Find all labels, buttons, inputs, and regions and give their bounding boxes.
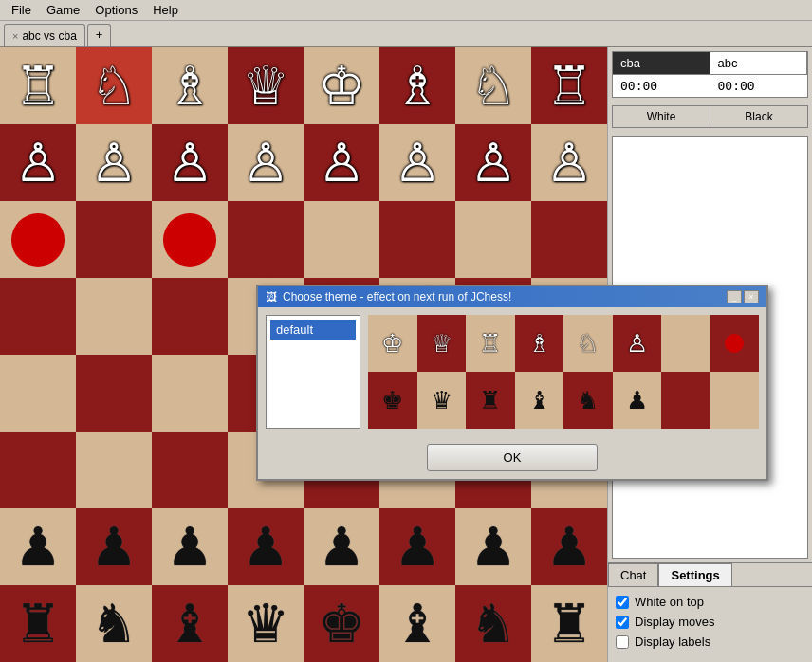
preview-cell: ♗ <box>515 315 564 372</box>
preview-piece: ♟ <box>626 386 648 415</box>
tab-close-icon[interactable]: × <box>12 30 18 42</box>
display-moves-checkbox[interactable] <box>616 616 629 629</box>
preview-cell: ♞ <box>563 372 613 429</box>
dialog-icon: 🖼 <box>266 290 277 303</box>
preview-cell <box>661 315 710 372</box>
tab-bar: × abc vs cba + <box>0 21 812 47</box>
dialog-close-button[interactable]: × <box>744 290 759 303</box>
dialog-body: default ♔♕♖♗♘♙♚♛♜♝♞♟ <box>258 307 766 436</box>
theme-item-default[interactable]: default <box>270 320 356 340</box>
theme-preview: ♔♕♖♗♘♙♚♛♜♝♞♟ <box>368 315 759 429</box>
dialog-titlebar: 🖼 Choose theme - effect on next run of J… <box>258 286 766 307</box>
dialog-title-left: 🖼 Choose theme - effect on next run of J… <box>266 290 511 303</box>
white-player-time: 00:00 <box>710 75 808 97</box>
ok-button[interactable]: OK <box>427 444 598 471</box>
preview-cell: ♙ <box>613 315 662 372</box>
settings-tab[interactable]: Settings <box>658 563 731 586</box>
player-info: cba abc 00:00 00:00 <box>612 51 808 98</box>
white-on-top-checkbox[interactable] <box>616 596 629 609</box>
dialog-overlay: 🖼 Choose theme - effect on next run of J… <box>0 47 607 662</box>
preview-cell: ♜ <box>466 372 515 429</box>
preview-cell <box>661 372 710 429</box>
preview-cell: ♝ <box>515 372 564 429</box>
preview-piece: ♔ <box>381 329 403 359</box>
player-row-times: 00:00 00:00 <box>613 75 807 97</box>
white-on-top-label: White on top <box>635 595 704 609</box>
preview-piece: ♞ <box>577 386 599 415</box>
dialog-minimize-button[interactable]: _ <box>727 290 742 303</box>
tab-title: abc vs cba <box>22 29 76 43</box>
color-tab-black[interactable]: Black <box>710 106 807 127</box>
menu-help[interactable]: Help <box>145 1 186 19</box>
theme-list: default <box>266 315 360 429</box>
preview-cell: ♘ <box>563 315 613 372</box>
color-tab-white[interactable]: White <box>613 106 710 127</box>
display-labels-row: Display labels <box>616 634 804 649</box>
preview-cell: ♚ <box>368 372 417 429</box>
dialog-footer: OK <box>258 436 766 479</box>
display-moves-row: Display moves <box>616 615 804 629</box>
preview-piece: ♛ <box>431 386 452 415</box>
preview-cell: ♟ <box>613 372 662 429</box>
preview-piece: ♘ <box>577 329 599 359</box>
main-tab[interactable]: × abc vs cba <box>4 24 85 46</box>
main-content: ♖♘♗♕♔♗♘♖♙♙♙♙♙♙♙♙♟♟♟♟♟♟♟♟♜♞♝♛♚♝♞♜ 🖼 Choos… <box>0 47 812 662</box>
preview-cell: ♖ <box>466 315 515 372</box>
preview-cell: ♔ <box>368 315 417 372</box>
white-player-name: abc <box>710 52 808 74</box>
dialog-title-text: Choose theme - effect on next run of JCh… <box>283 290 511 303</box>
chat-tab[interactable]: Chat <box>608 563 658 586</box>
board-area: ♖♘♗♕♔♗♘♖♙♙♙♙♙♙♙♙♟♟♟♟♟♟♟♟♜♞♝♛♚♝♞♜ 🖼 Choos… <box>0 47 607 662</box>
black-player-name: cba <box>613 52 710 74</box>
white-on-top-row: White on top <box>616 595 804 609</box>
menu-game[interactable]: Game <box>39 1 87 19</box>
menu-options[interactable]: Options <box>87 1 145 19</box>
display-labels-label: Display labels <box>635 634 710 649</box>
display-labels-checkbox[interactable] <box>616 635 629 649</box>
menu-bar: File Game Options Help <box>0 0 812 21</box>
black-player-time: 00:00 <box>613 75 710 97</box>
preview-piece: ♜ <box>479 386 501 415</box>
preview-cell: ♕ <box>417 315 467 372</box>
preview-piece: ♕ <box>431 329 452 359</box>
dialog-title-icons: _ × <box>727 290 759 303</box>
preview-piece: ♚ <box>381 386 403 415</box>
preview-cell <box>710 372 760 429</box>
preview-piece: ♗ <box>528 329 550 359</box>
bottom-panel: Chat Settings White on top Display moves… <box>608 562 812 662</box>
tab-add-button[interactable]: + <box>87 24 112 46</box>
preview-piece: ♝ <box>528 386 550 415</box>
preview-cell <box>710 315 760 372</box>
theme-dialog: 🖼 Choose theme - effect on next run of J… <box>256 285 768 481</box>
chat-settings-tabs: Chat Settings <box>608 563 812 587</box>
preview-piece: ♙ <box>626 329 648 359</box>
settings-content: White on top Display moves Display label… <box>608 587 812 662</box>
preview-cell: ♛ <box>417 372 467 429</box>
menu-file[interactable]: File <box>4 1 39 19</box>
player-row-names: cba abc <box>613 52 807 75</box>
display-moves-label: Display moves <box>635 615 715 629</box>
color-tabs: White Black <box>612 105 808 128</box>
preview-piece: ♖ <box>479 329 501 359</box>
